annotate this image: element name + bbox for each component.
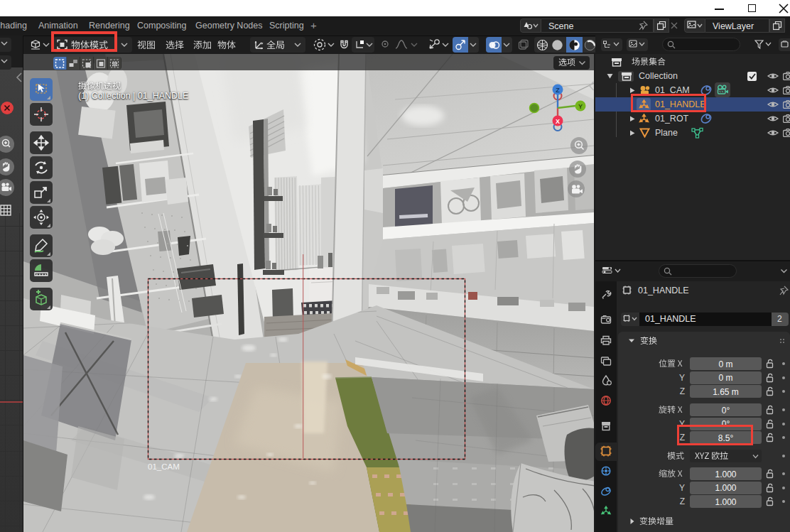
svg-text:Y: Y xyxy=(578,103,583,110)
svg-text:X: X xyxy=(556,118,560,125)
svg-text:01_CAM: 01_CAM xyxy=(148,462,180,471)
svg-text:Z: Z xyxy=(556,87,560,94)
